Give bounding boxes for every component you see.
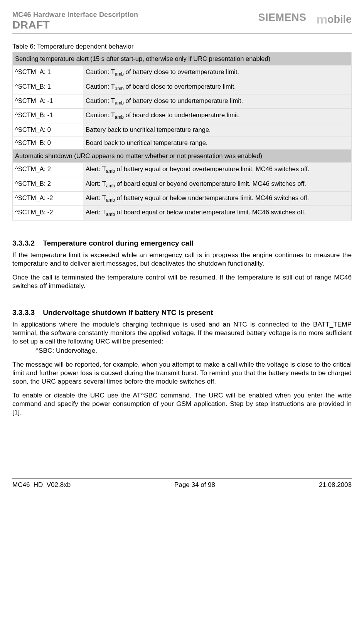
- header-left: MC46 Hardware Interface Description DRAF…: [12, 11, 138, 31]
- page-header: MC46 Hardware Interface Description DRAF…: [12, 11, 352, 34]
- siemens-logo: SIEMENS: [258, 12, 307, 24]
- cell-desc: Alert: Tamb of board equal or below unde…: [83, 206, 352, 220]
- table-row: ^SCTM_B: 2Alert: Tamb of board equal or …: [13, 177, 352, 191]
- cell-code: ^SCTM_B: 1: [13, 80, 83, 94]
- table-row: ^SCTM_A: 2Alert: Tamb of battery equal o…: [13, 163, 352, 177]
- table-row: ^SCTM_B: 0Board back to uncritical tempe…: [13, 136, 352, 149]
- table-caption: Table 6: Temperature dependent behavior: [12, 43, 352, 51]
- cell-desc: Caution: Tamb of battery close to undert…: [83, 94, 352, 108]
- draft-label: DRAFT: [12, 19, 138, 31]
- footer-left: MC46_HD_V02.8xb: [12, 481, 71, 489]
- footer-right: 21.08.2003: [319, 481, 352, 489]
- heading-text: Temperature control during emergency cal…: [43, 239, 193, 247]
- table-row: ^SCTM_B: -1Caution: Tamb of board close …: [13, 109, 352, 123]
- table-row: ^SCTM_A: 0Battery back to uncritical tem…: [13, 123, 352, 136]
- mobile-logo-rest: obile: [327, 13, 352, 25]
- cell-desc: Battery back to uncritical temperature r…: [83, 123, 352, 136]
- cell-code: ^SCTM_A: -1: [13, 94, 83, 108]
- mobile-logo-accent: m: [317, 12, 327, 26]
- section-3333-p2: The message will be reported, for exampl…: [12, 360, 352, 386]
- heading-text: Undervoltage shutdown if battery NTC is …: [43, 308, 213, 317]
- section-3332-heading: 3.3.3.2 Temperature control during emerg…: [12, 239, 352, 248]
- table-section-cell: Automatic shutdown (URC appears no matte…: [13, 150, 352, 163]
- section-3333-urc: ^SBC: Undervoltage.: [12, 346, 352, 355]
- cell-desc: Alert: Tamb of board equal or beyond ove…: [83, 177, 352, 191]
- cell-code: ^SCTM_A: 0: [13, 123, 83, 136]
- section-3333-heading: 3.3.3.3 Undervoltage shutdown if battery…: [12, 308, 352, 317]
- header-logos: SIEMENS mobile: [258, 11, 352, 26]
- table-row: ^SCTM_B: 1Caution: Tamb of board close t…: [13, 80, 352, 94]
- cell-desc: Caution: Tamb of board close to undertem…: [83, 109, 352, 123]
- cell-desc: Alert: Tamb of battery equal or below un…: [83, 192, 352, 206]
- cell-desc: Alert: Tamb of battery equal or beyond o…: [83, 163, 352, 177]
- table-row: ^SCTM_A: -2Alert: Tamb of battery equal …: [13, 192, 352, 206]
- section-3332-p2: Once the call is terminated the temperat…: [12, 273, 352, 290]
- cell-desc: Caution: Tamb of board close to overtemp…: [83, 80, 352, 94]
- cell-code: ^SCTM_B: -1: [13, 109, 83, 123]
- temperature-behavior-table: Sending temperature alert (15 s after st…: [12, 52, 352, 221]
- doc-title: MC46 Hardware Interface Description: [12, 11, 138, 19]
- footer-center: Page 34 of 98: [174, 481, 215, 489]
- cell-code: ^SCTM_A: 1: [13, 66, 83, 80]
- table-section-header: Automatic shutdown (URC appears no matte…: [13, 150, 352, 163]
- mobile-logo: mobile: [317, 12, 352, 26]
- cell-code: ^SCTM_B: 2: [13, 177, 83, 191]
- table-row: ^SCTM_B: -2Alert: Tamb of board equal or…: [13, 206, 352, 220]
- heading-number: 3.3.3.3: [12, 308, 35, 317]
- table-section-header: Sending temperature alert (15 s after st…: [13, 52, 352, 66]
- section-3333-p3: To enable or disable the URC use the AT^…: [12, 391, 352, 416]
- cell-desc: Caution: Tamb of battery close to overte…: [83, 66, 352, 80]
- cell-code: ^SCTM_A: -2: [13, 192, 83, 206]
- cell-code: ^SCTM_B: 0: [13, 136, 83, 149]
- section-3333-p1: In applications where the module's charg…: [12, 320, 352, 345]
- table-section-cell: Sending temperature alert (15 s after st…: [13, 52, 352, 66]
- cell-code: ^SCTM_B: -2: [13, 206, 83, 220]
- table-row: ^SCTM_A: -1Caution: Tamb of battery clos…: [13, 94, 352, 108]
- cell-desc: Board back to uncritical temperature ran…: [83, 136, 352, 149]
- table-row: ^SCTM_A: 1Caution: Tamb of battery close…: [13, 66, 352, 80]
- cell-code: ^SCTM_A: 2: [13, 163, 83, 177]
- page-footer: MC46_HD_V02.8xb Page 34 of 98 21.08.2003: [12, 478, 352, 489]
- section-3332-p1: If the temperature limit is exceeded whi…: [12, 251, 352, 268]
- heading-number: 3.3.3.2: [12, 239, 35, 247]
